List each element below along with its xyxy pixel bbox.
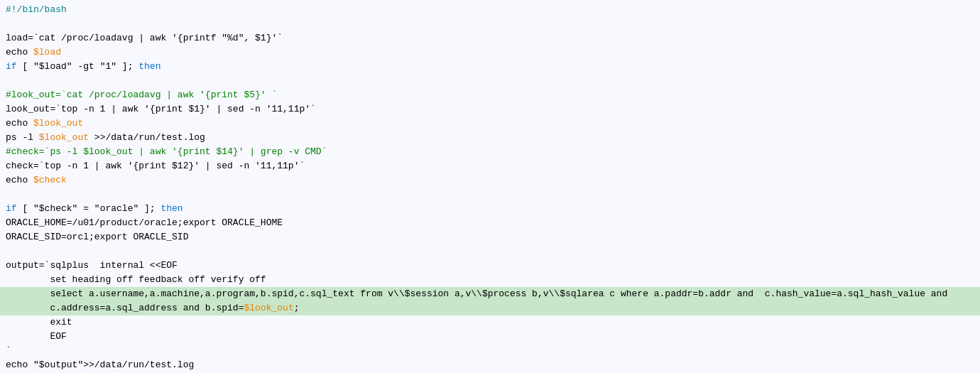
line-content: echo "$output">>/data/run/test.log bbox=[6, 358, 974, 372]
line-content: echo $load bbox=[6, 45, 974, 60]
code-line: EOF bbox=[0, 330, 980, 344]
code-line: output=`sqlplus internal <<EOF bbox=[0, 259, 980, 273]
code-line: if [ "$check" = "oracle" ]; then bbox=[0, 202, 980, 216]
line-content: exit bbox=[6, 315, 974, 330]
code-line: #!/bin/bash bbox=[0, 3, 980, 17]
line-content: echo $look_out bbox=[6, 117, 974, 131]
line-content: ​ bbox=[6, 74, 974, 88]
code-line: ` bbox=[0, 344, 980, 358]
line-content: look_out=`top -n 1 | awk '{print $1}' | … bbox=[6, 102, 974, 117]
code-line: ps -l $look_out >>/data/run/test.log bbox=[0, 131, 980, 145]
line-content: check=`top -n 1 | awk '{print $12}' | se… bbox=[6, 159, 974, 173]
line-content: ` bbox=[6, 344, 974, 358]
line-content: if [ "$check" = "oracle" ]; then bbox=[6, 202, 974, 216]
line-content: c.address=a.sql_address and b.spid=$look… bbox=[6, 301, 974, 315]
line-content: echo $check bbox=[6, 173, 974, 188]
code-line: ​ bbox=[0, 188, 980, 202]
line-content: ​ bbox=[6, 17, 974, 31]
line-content: output=`sqlplus internal <<EOF bbox=[6, 259, 974, 273]
code-line: set heading off feedback off verify off bbox=[0, 273, 980, 287]
line-content: select a.username,a.machine,a.program,b.… bbox=[6, 287, 974, 301]
line-content: ps -l $look_out >>/data/run/test.log bbox=[6, 131, 974, 145]
code-line: check=`top -n 1 | awk '{print $12}' | se… bbox=[0, 159, 980, 173]
line-content: load=`cat /proc/loadavg | awk '{printf "… bbox=[6, 31, 974, 45]
code-line: echo $look_out bbox=[0, 117, 980, 131]
line-content: set heading off feedback off verify off bbox=[6, 273, 974, 287]
code-line: ​ bbox=[0, 17, 980, 31]
code-line: ​ bbox=[0, 244, 980, 259]
code-viewer: #!/bin/bash​load=`cat /proc/loadavg | aw… bbox=[0, 0, 980, 373]
code-line: c.address=a.sql_address and b.spid=$look… bbox=[0, 301, 980, 315]
code-line: if [ "$load" -gt "1" ]; then bbox=[0, 60, 980, 74]
code-line: echo $load bbox=[0, 45, 980, 60]
line-content: if [ "$load" -gt "1" ]; then bbox=[6, 60, 974, 74]
code-line: look_out=`top -n 1 | awk '{print $1}' | … bbox=[0, 102, 980, 117]
line-content: ​ bbox=[6, 188, 974, 202]
line-content: EOF bbox=[6, 330, 974, 344]
code-line: select a.username,a.machine,a.program,b.… bbox=[0, 287, 980, 301]
code-line: ORACLE_HOME=/u01/product/oracle;export O… bbox=[0, 216, 980, 230]
line-content: ​ bbox=[6, 244, 974, 259]
line-content: #look_out=`cat /proc/loadavg | awk '{pri… bbox=[6, 88, 974, 102]
code-line: #check=`ps -l $look_out | awk '{print $1… bbox=[0, 145, 980, 159]
line-content: ORACLE_HOME=/u01/product/oracle;export O… bbox=[6, 216, 974, 230]
line-content: ORACLE_SID=orcl;export ORACLE_SID bbox=[6, 230, 974, 244]
code-line: load=`cat /proc/loadavg | awk '{printf "… bbox=[0, 31, 980, 45]
code-line: ​ bbox=[0, 74, 980, 88]
code-line: #look_out=`cat /proc/loadavg | awk '{pri… bbox=[0, 88, 980, 102]
code-line: echo "$output">>/data/run/test.log bbox=[0, 358, 980, 372]
line-content: #check=`ps -l $look_out | awk '{print $1… bbox=[6, 145, 974, 159]
code-line: echo $check bbox=[0, 173, 980, 188]
code-line: exit bbox=[0, 315, 980, 330]
line-content: #!/bin/bash bbox=[6, 3, 974, 17]
code-line: ORACLE_SID=orcl;export ORACLE_SID bbox=[0, 230, 980, 244]
